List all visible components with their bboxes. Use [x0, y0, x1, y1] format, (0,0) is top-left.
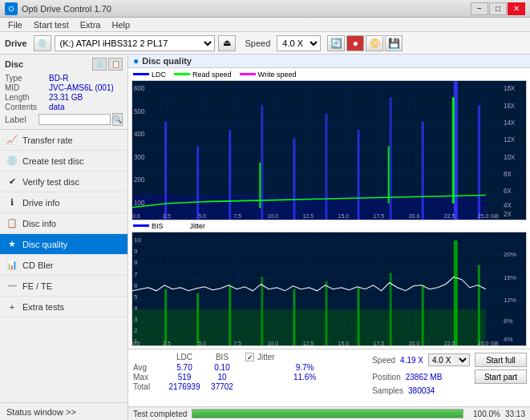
samples-value: 380034: [408, 386, 435, 395]
label-browse-button[interactable]: 🔍: [112, 113, 123, 126]
svg-text:6X: 6X: [504, 188, 512, 195]
minimize-button[interactable]: −: [471, 2, 488, 15]
left-panel: Disc 💿 📋 Type BD-R MID JVC-AMS6L (001) L…: [0, 55, 128, 420]
svg-rect-84: [358, 288, 360, 346]
settings-icon[interactable]: ●: [346, 35, 364, 51]
bis-legend: BIS: [133, 222, 164, 230]
svg-rect-29: [388, 146, 390, 203]
svg-text:5.0: 5.0: [198, 213, 206, 219]
svg-text:22.5: 22.5: [444, 340, 455, 345]
cd-bler-icon: 📊: [6, 260, 18, 271]
chart-title: Disc quality: [142, 56, 192, 66]
svg-rect-25: [422, 122, 424, 220]
sidebar-item-drive-info[interactable]: ℹ Drive info: [0, 192, 127, 213]
sidebar-item-disc-info[interactable]: 📋 Disc info: [0, 213, 127, 234]
svg-text:10X: 10X: [504, 153, 516, 160]
svg-rect-22: [325, 114, 327, 220]
total-bis: 37702: [205, 382, 239, 391]
svg-rect-78: [164, 289, 167, 346]
drive-info-icon: ℹ: [6, 197, 18, 208]
svg-text:15.0: 15.0: [338, 213, 350, 219]
speed-dropdown[interactable]: 4.0 X: [428, 353, 470, 366]
bis-legend-label: BIS: [152, 222, 164, 230]
svg-text:17.5: 17.5: [374, 213, 385, 219]
media-icon[interactable]: 📀: [366, 35, 383, 51]
eject-button[interactable]: ⏏: [218, 35, 236, 51]
svg-text:2X: 2X: [504, 211, 512, 218]
svg-text:4: 4: [134, 305, 138, 312]
progress-status: Test completed: [133, 410, 187, 418]
drive-bar: Drive 💿 (K:) ATAPI iHBS312 2 PL17 ⏏ Spee…: [0, 32, 530, 55]
maximize-button[interactable]: □: [489, 2, 507, 15]
title-bar: O Opti Drive Control 1.70 − □ ✕: [0, 0, 530, 18]
sidebar-item-cd-bler[interactable]: 📊 CD Bler: [0, 255, 127, 276]
length-label: Length: [5, 93, 49, 102]
sidebar-item-disc-quality[interactable]: ★ Disc quality: [0, 234, 127, 255]
close-button[interactable]: ✕: [508, 2, 525, 15]
menu-extra[interactable]: Extra: [75, 19, 106, 30]
drive-icon: 💿: [34, 35, 51, 51]
avg-bis: 0.10: [205, 363, 239, 372]
total-jitter: [245, 382, 364, 391]
svg-text:8X: 8X: [504, 171, 512, 178]
max-jitter: 11.6%: [245, 373, 364, 382]
label-label: Label: [5, 115, 38, 124]
svg-text:0.0: 0.0: [132, 213, 140, 219]
start-full-button[interactable]: Start full: [475, 353, 527, 367]
sidebar-item-extra-tests[interactable]: + Extra tests: [0, 297, 127, 317]
disc-quality-icon: ★: [6, 239, 18, 250]
svg-text:6: 6: [134, 282, 138, 289]
drive-select[interactable]: (K:) ATAPI iHBS312 2 PL17: [55, 35, 215, 51]
menu-bar: File Start test Extra Help: [0, 18, 530, 32]
avg-row: Avg 5.70 0.10 9.7%: [133, 363, 364, 372]
speed-select[interactable]: 4.0 X: [277, 35, 321, 51]
svg-text:12.5: 12.5: [302, 213, 314, 219]
main-layout: Disc 💿 📋 Type BD-R MID JVC-AMS6L (001) L…: [0, 55, 530, 420]
speed-stat-label: Speed: [372, 356, 395, 365]
svg-text:0.0: 0.0: [132, 340, 140, 345]
total-row: Total 2176939 37702: [133, 382, 364, 391]
svg-text:600: 600: [134, 85, 145, 92]
sidebar-item-fe-te[interactable]: 〰 FE / TE: [0, 276, 127, 297]
label-input[interactable]: [38, 114, 111, 125]
sidebar-item-create-test-disc[interactable]: 💿 Create test disc: [0, 151, 127, 172]
right-controls: Speed 4.19 X 4.0 X Start full Position 2…: [369, 349, 530, 406]
ldc-color: [133, 73, 149, 75]
position-value: 23862 MB: [406, 373, 443, 382]
disc-info-label: Disc info: [22, 219, 56, 228]
start-part-button[interactable]: Start part: [475, 370, 527, 384]
app-icon: O: [5, 2, 18, 15]
extra-tests-label: Extra tests: [22, 302, 64, 312]
svg-text:4%: 4%: [504, 335, 513, 342]
read-legend-label: Read speed: [192, 71, 232, 79]
svg-text:10.0: 10.0: [267, 340, 278, 345]
disc-icon2[interactable]: 📋: [108, 58, 123, 71]
contents-label: Contents: [5, 103, 49, 111]
svg-text:20%: 20%: [504, 251, 516, 258]
disc-icon1[interactable]: 💿: [92, 58, 107, 71]
menu-file[interactable]: File: [3, 19, 27, 30]
menu-help[interactable]: Help: [107, 19, 135, 30]
jitter-checkbox[interactable]: ✓: [245, 353, 254, 361]
drive-label: Drive: [5, 38, 27, 48]
svg-text:10.0: 10.0: [267, 213, 278, 219]
max-row: Max 519 10 11.6%: [133, 373, 364, 382]
progress-area: Test completed 100.0% 33:13: [128, 406, 530, 420]
ldc-legend: LDC: [133, 71, 166, 79]
svg-text:8: 8: [134, 259, 138, 266]
create-disc-label: Create test disc: [22, 156, 83, 166]
read-legend: Read speed: [174, 71, 232, 79]
progress-time: 33:13: [505, 410, 525, 418]
menu-starttest[interactable]: Start test: [29, 19, 74, 30]
lower-chart-svg: 10 9 8 7 6 5 4 3 2 1 20% 16% 12% 8% 4%: [132, 232, 526, 346]
sidebar-item-transfer-rate[interactable]: 📈 Transfer rate: [0, 130, 127, 151]
save-icon[interactable]: 💾: [385, 35, 403, 51]
transfer-rate-label: Transfer rate: [22, 135, 73, 145]
disc-section: Disc 💿 📋 Type BD-R MID JVC-AMS6L (001) L…: [0, 55, 127, 130]
status-window-button[interactable]: Status window >>: [0, 402, 127, 420]
app-title: Opti Drive Control 1.70: [22, 4, 111, 14]
refresh-icon[interactable]: 🔄: [327, 35, 345, 51]
sidebar-item-verify-test-disc[interactable]: ✔ Verify test disc: [0, 172, 127, 192]
drive-info-label: Drive info: [22, 198, 59, 208]
charts-area: LDC Read speed Write speed: [128, 68, 530, 349]
